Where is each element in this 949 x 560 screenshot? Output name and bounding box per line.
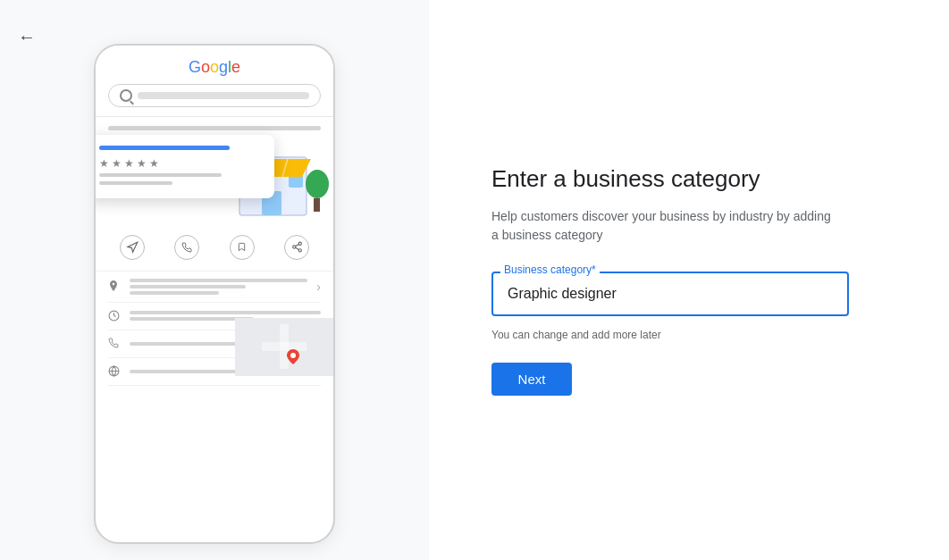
addr-line-1 (130, 279, 307, 282)
svg-rect-21 (280, 324, 289, 369)
direction-icon-wrap (120, 235, 145, 260)
svg-line-14 (295, 247, 298, 249)
address-lines (130, 279, 307, 295)
svg-line-15 (295, 245, 298, 247)
business-category-input[interactable] (491, 272, 849, 316)
svg-point-13 (298, 249, 301, 252)
star-1: ★ (99, 157, 110, 168)
svg-marker-10 (128, 242, 138, 252)
svg-point-8 (306, 170, 329, 198)
call-icon-wrap (174, 235, 199, 260)
card-bar (99, 146, 230, 150)
star-3: ★ (124, 157, 135, 168)
share-icon (284, 235, 309, 260)
star-rating: ★ ★ ★ ★ ★ (99, 157, 262, 168)
hours-line-1 (130, 311, 321, 314)
directions-icon (120, 235, 145, 260)
clock-icon (108, 310, 121, 322)
back-button[interactable]: ← (18, 27, 36, 47)
share-icon-wrap (284, 235, 309, 260)
location-icon (108, 280, 121, 293)
phone-mockup: Google ★ ★ ★ ★ ★ (94, 44, 335, 544)
search-icon (120, 89, 132, 102)
card-line-1 (99, 173, 222, 177)
star-5: ★ (149, 157, 160, 168)
phone-header: Google (96, 46, 333, 117)
svg-rect-9 (314, 198, 320, 212)
next-button[interactable]: Next (491, 363, 572, 396)
google-logo: Google (108, 58, 321, 77)
addr-line-2 (130, 285, 246, 288)
chevron-right-icon: › (316, 280, 321, 294)
addr-line-3 (130, 291, 219, 295)
field-label: Business category* (500, 263, 600, 276)
call-icon (174, 235, 199, 260)
search-bar (108, 84, 321, 107)
svg-point-23 (290, 353, 296, 358)
address-row: › (108, 272, 321, 303)
map-area (235, 318, 333, 376)
svg-point-11 (298, 242, 301, 245)
left-panel: ← Google ★ ★ ★ ★ ★ (0, 0, 429, 560)
globe-icon (108, 365, 121, 378)
field-hint: You can change and add more later (491, 329, 886, 341)
business-card: ★ ★ ★ ★ ★ (94, 135, 274, 198)
search-fill (138, 92, 309, 99)
form-subtitle: Help customers discover your business by… (491, 207, 831, 245)
right-panel: Enter a business category Help customers… (429, 0, 949, 560)
business-category-field: Business category* (491, 272, 886, 316)
card-line-2 (99, 181, 172, 185)
save-icon-wrap (230, 235, 255, 260)
star-4: ★ (137, 157, 147, 168)
star-2: ★ (112, 157, 122, 168)
save-icon (230, 235, 255, 260)
svg-point-12 (292, 246, 295, 248)
form-title: Enter a business category (491, 164, 886, 195)
phone-icon (108, 338, 121, 350)
